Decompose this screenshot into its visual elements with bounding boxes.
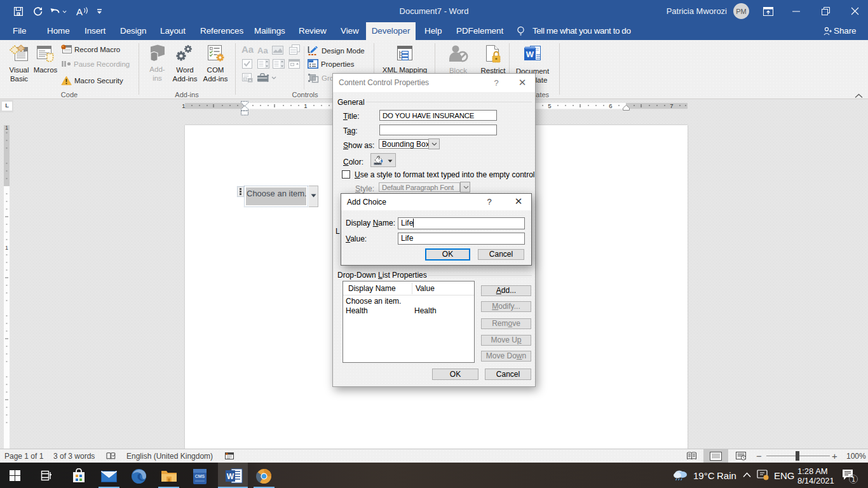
- svg-text:5: 5: [548, 102, 551, 109]
- svg-text:1: 1: [5, 125, 8, 131]
- svg-text:CMS: CMS: [195, 474, 205, 478]
- svg-text:7: 7: [670, 102, 673, 109]
- svg-text:W: W: [227, 472, 234, 481]
- svg-text:6: 6: [609, 102, 612, 109]
- svg-text:1: 1: [182, 102, 185, 109]
- svg-text:1: 1: [5, 245, 8, 251]
- svg-text:1: 1: [304, 102, 307, 109]
- svg-text:1: 1: [851, 476, 855, 483]
- svg-text:W: W: [526, 50, 534, 59]
